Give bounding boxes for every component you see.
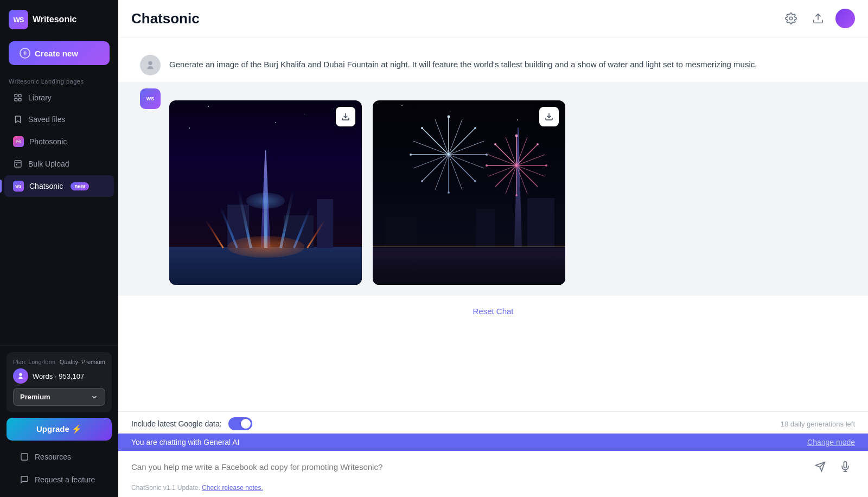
svg-point-53 xyxy=(515,135,518,137)
fountain-image xyxy=(169,100,362,285)
sidebar-bottom: Plan: Long-form Quality: Premium Words ·… xyxy=(0,345,118,497)
svg-line-52 xyxy=(506,137,516,165)
svg-line-23 xyxy=(449,155,484,168)
svg-line-26 xyxy=(413,155,449,168)
svg-line-21 xyxy=(449,119,462,155)
svg-rect-1 xyxy=(18,94,21,97)
fireworks-image xyxy=(373,100,565,285)
svg-point-29 xyxy=(448,116,450,118)
svg-line-46 xyxy=(516,155,545,165)
sidebar-item-chatsonic-label: Chatsonic xyxy=(29,182,63,190)
google-data-label: Include latest Google data: xyxy=(131,419,222,428)
upload-icon xyxy=(13,159,23,169)
upgrade-button[interactable]: Upgrade ⚡ xyxy=(7,418,112,441)
svg-rect-3 xyxy=(18,98,21,101)
svg-point-35 xyxy=(410,154,412,156)
message-icon xyxy=(20,475,29,485)
svg-point-34 xyxy=(421,180,423,182)
user-avatar[interactable] xyxy=(835,9,855,28)
svg-line-16 xyxy=(449,155,475,181)
download-fireworks-button[interactable] xyxy=(539,107,559,126)
words-value: 953,107 xyxy=(59,372,84,380)
quality-label: Quality: Premium xyxy=(60,359,105,365)
words-label: Words xyxy=(33,372,53,380)
svg-line-49 xyxy=(506,165,516,194)
sidebar-logo-text: Writesonic xyxy=(33,15,77,24)
user-message-text: Generate an image of the Burj Khalifa an… xyxy=(169,58,846,71)
download-fountain-button[interactable] xyxy=(336,107,355,126)
sidebar-item-photosonic-label: Photosonic xyxy=(29,137,67,146)
plan-info: Plan: Long-form Quality: Premium Words ·… xyxy=(7,352,112,412)
user-message-row: Generate an image of the Burj Khalifa an… xyxy=(118,48,868,82)
topbar-actions xyxy=(781,9,855,28)
svg-rect-0 xyxy=(15,94,17,97)
svg-point-8 xyxy=(789,17,793,20)
sidebar-item-saved-files[interactable]: Saved files xyxy=(4,109,114,130)
sidebar-item-resources[interactable]: Resources xyxy=(11,447,107,467)
sidebar-item-bulk-upload-label: Bulk Upload xyxy=(28,160,69,168)
svg-line-18 xyxy=(422,155,449,181)
svg-line-38 xyxy=(516,144,538,165)
create-new-label: Create new xyxy=(35,49,78,58)
chat-mode-bar: You are chatting with General AI Change … xyxy=(118,434,868,451)
sidebar-item-bulk-upload[interactable]: Bulk Upload xyxy=(4,154,114,174)
svg-rect-4 xyxy=(15,161,21,167)
bookmark-icon xyxy=(13,114,23,124)
chat-input-row xyxy=(118,451,868,482)
reset-chat-row: Reset Chat xyxy=(118,296,868,327)
create-new-button[interactable]: + Create new xyxy=(9,41,110,65)
sidebar-item-request-feature[interactable]: Request a feature xyxy=(11,469,107,490)
send-button[interactable] xyxy=(810,457,830,476)
sidebar-item-library-label: Library xyxy=(28,93,52,102)
topbar: Chatsonic xyxy=(118,0,868,37)
svg-point-56 xyxy=(515,194,518,196)
svg-point-57 xyxy=(486,164,488,167)
google-data-toggle[interactable] xyxy=(228,417,252,430)
sidebar-item-library[interactable]: Library xyxy=(4,87,114,108)
svg-line-24 xyxy=(449,155,462,190)
export-button[interactable] xyxy=(808,9,828,28)
svg-point-30 xyxy=(474,127,476,129)
reset-chat-button[interactable]: Reset Chat xyxy=(462,302,524,320)
svg-line-44 xyxy=(495,144,516,165)
sidebar-item-chatsonic[interactable]: WS Chatsonic new xyxy=(4,175,114,197)
chat-footer-note: ChatSonic v1.1 Update. Check release not… xyxy=(118,482,868,497)
svg-point-54 xyxy=(537,143,539,145)
words-avatar-icon xyxy=(13,368,28,384)
svg-line-50 xyxy=(488,165,516,176)
request-feature-label: Request a feature xyxy=(35,475,95,484)
sidebar-item-photosonic[interactable]: PS Photosonic xyxy=(4,131,114,152)
mic-button[interactable] xyxy=(835,457,855,476)
ws-logo-icon: WS xyxy=(9,10,28,29)
image-card-fireworks xyxy=(373,100,565,285)
svg-line-40 xyxy=(516,165,538,187)
chat-input[interactable] xyxy=(131,459,805,475)
svg-point-5 xyxy=(16,164,17,165)
svg-point-55 xyxy=(545,164,547,167)
sidebar-footer-links: Resources Request a feature xyxy=(7,446,112,490)
premium-label: Premium xyxy=(20,393,50,401)
svg-line-22 xyxy=(449,141,484,155)
svg-line-27 xyxy=(413,141,449,155)
resources-label: Resources xyxy=(35,453,71,461)
photosonic-icon: PS xyxy=(13,136,24,147)
sidebar-logo: WS Writesonic xyxy=(0,0,118,39)
user-message-content: Generate an image of the Burj Khalifa an… xyxy=(169,55,846,71)
svg-line-48 xyxy=(516,165,527,194)
premium-select[interactable]: Premium xyxy=(13,388,105,406)
page-title: Chatsonic xyxy=(131,10,200,27)
release-notes-link[interactable]: Check release notes. xyxy=(202,484,263,492)
grid-icon xyxy=(13,93,23,103)
ai-message-content xyxy=(169,88,846,289)
plan-label: Plan: Long-form xyxy=(13,359,55,365)
bottom-area: Include latest Google data: 18 daily gen… xyxy=(118,411,868,497)
svg-line-20 xyxy=(422,128,449,155)
svg-point-32 xyxy=(474,180,476,182)
change-mode-button[interactable]: Change mode xyxy=(807,438,855,447)
words-count: Words · 953,107 xyxy=(33,372,84,380)
svg-line-51 xyxy=(488,155,516,165)
sidebar-section-label: Writesonic Landing pages xyxy=(0,74,118,87)
svg-line-14 xyxy=(449,128,475,155)
svg-point-58 xyxy=(494,143,496,145)
settings-button[interactable] xyxy=(781,9,801,28)
